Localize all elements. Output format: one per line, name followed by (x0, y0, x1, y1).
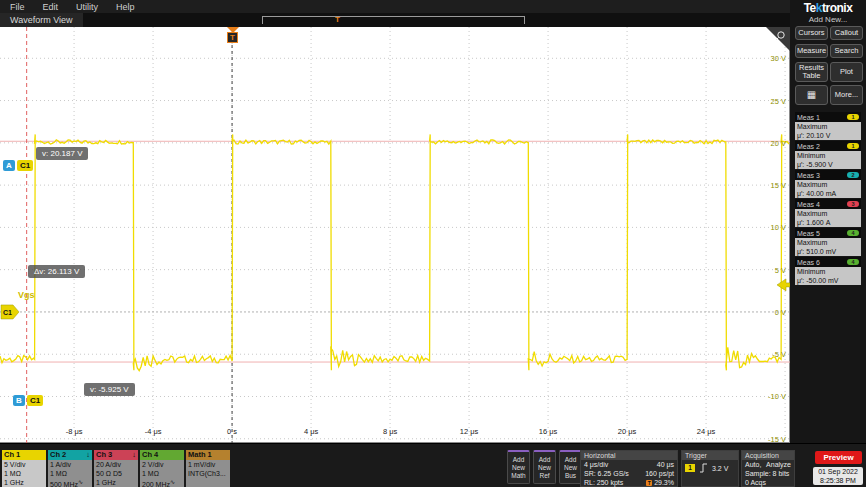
svg-text:C1: C1 (3, 309, 12, 316)
zoom-corner-control (766, 27, 790, 51)
meas-4-badge[interactable]: Meas 43 Maximumμ′: 1.600 A (795, 199, 861, 227)
cursor-delta-readout[interactable]: Δv: 26.113 V (28, 265, 85, 278)
meas-5-value: μ′: 510.0 mV (797, 247, 859, 256)
y-tick-label: -10 V (756, 392, 786, 401)
meas-1-source-pill: 1 (847, 114, 859, 120)
channel-3-header: Ch 3↓ (94, 450, 138, 460)
meas-3-badge[interactable]: Meas 32 Maximumμ′: 40.00 mA (795, 170, 861, 198)
add-new-ref-button[interactable]: Add New Ref (533, 450, 556, 484)
channel-2-header: Ch 2↓ (48, 450, 92, 460)
cursor-b-readout[interactable]: v: -5.925 V (84, 383, 135, 396)
trigger-position-flag[interactable]: T (226, 27, 240, 45)
y-tick-label: 25 V (756, 97, 786, 106)
ch3-off-arrow-icon: ↓ (132, 450, 136, 460)
horiz-window: 40 μs (657, 460, 674, 469)
meas-5-source-pill: 4 (847, 230, 859, 236)
meas-4-source-pill: 3 (847, 201, 859, 207)
waveform-graticule[interactable]: C1 T A C1 v: 20.187 V Δv: 26.113 V Vgs B… (0, 27, 790, 443)
channel-4-badge[interactable]: Ch 4 2 V/div1 MΩ200 MHz∿ (140, 450, 184, 487)
acquisition-panel[interactable]: Acquisition Auto,Analyze Sample: 8 bits … (741, 450, 795, 487)
cursors-button[interactable]: Cursors (795, 26, 828, 40)
ch1-scale: 5 V/div (4, 460, 44, 469)
meas-2-name: Meas 2 (797, 143, 820, 150)
meas-5-badge[interactable]: Meas 54 Maximumμ′: 510.0 mV (795, 228, 861, 256)
meas-3-source-pill: 2 (847, 172, 859, 178)
ch3-scale: 20 A/div (96, 460, 136, 469)
ch2-scale: 1 A/div (50, 460, 90, 469)
math1-expression: INTG(Ch3... (188, 469, 228, 478)
meas-6-badge[interactable]: Meas 64 Minimumμ′: -50.00 mV (795, 257, 861, 285)
meas-5-stat: Maximum (797, 238, 859, 247)
x-tick-label: 0 s (227, 427, 237, 436)
cursor-a-source-badge[interactable]: C1 (17, 160, 33, 171)
record-trigger-marker-icon[interactable]: T (335, 15, 343, 25)
meas-1-stat: Maximum (797, 122, 859, 131)
menu-utility[interactable]: Utility (76, 2, 98, 12)
add-new-bus-button[interactable]: Add New Bus (559, 450, 582, 484)
menu-bar: File Edit Utility Help (0, 0, 790, 13)
record-view-bar[interactable]: T (262, 16, 525, 24)
meas-2-stat: Minimum (797, 151, 859, 160)
ch2-impedance: 1 MΩ (50, 469, 90, 478)
measure-button[interactable]: Measure (795, 44, 828, 58)
x-tick-label: 20 μs (618, 427, 637, 436)
menu-edit[interactable]: Edit (43, 2, 59, 12)
plot-button[interactable]: Plot (830, 62, 863, 82)
tab-waveform-view[interactable]: Waveform View (0, 13, 83, 27)
horizontal-panel[interactable]: Horizontal 4 μs/div40 μs SR: 6.25 GS/s16… (580, 450, 678, 487)
channel-3-badge[interactable]: Ch 3↓ 20 A/div50 Ω D51 GHz (94, 450, 138, 487)
trigger-level-arrow-icon (777, 279, 790, 291)
meas-6-name: Meas 6 (797, 259, 820, 266)
meas-1-badge[interactable]: Meas 11 Maximumμ′: 20.10 V (795, 112, 861, 140)
meas-3-name: Meas 3 (797, 172, 820, 179)
math1-scale: 1 mV/div (188, 460, 228, 469)
horizontal-title: Horizontal (581, 451, 677, 460)
settings-bar: Ch 1 5 V/div1 MΩ1 GHz Ch 2↓ 1 A/div1 MΩ5… (0, 443, 866, 487)
vgs-trace (0, 134, 789, 370)
horiz-record-length: RL: 250 kpts (584, 478, 623, 487)
channel-1-badge[interactable]: Ch 1 5 V/div1 MΩ1 GHz (2, 450, 46, 487)
trigger-t-icon: T (227, 32, 238, 43)
meas-2-badge[interactable]: Meas 21 Minimumμ′: -5.900 V (795, 141, 861, 169)
ch1-bandwidth: 1 GHz (4, 478, 44, 487)
channel-1-header: Ch 1 (2, 450, 46, 460)
trigger-level-value: 3.2 V (712, 464, 728, 473)
trigger-panel[interactable]: Trigger 1 3.2 V (681, 450, 739, 487)
meas-2-source-pill: 1 (847, 143, 859, 149)
ch2-bandwidth: 500 MHz∿ (50, 478, 90, 487)
cursor-b-badge[interactable]: B (13, 395, 25, 406)
ch2-bw-limit-icon: ∿ (78, 479, 83, 485)
x-tick-label: 12 μs (460, 427, 479, 436)
math-1-badge[interactable]: Math 1 1 mV/divINTG(Ch3... (186, 450, 230, 487)
add-new-math-button[interactable]: Add New Math (507, 450, 530, 484)
y-tick-label: 10 V (756, 223, 786, 232)
callout-button[interactable]: Callout (830, 26, 863, 40)
meas-4-value: μ′: 1.600 A (797, 218, 859, 227)
meas-6-source-pill: 4 (847, 259, 859, 265)
x-tick-label: 16 μs (539, 427, 558, 436)
preview-button[interactable]: Preview (815, 451, 862, 464)
results-table-button[interactable]: Results Table (795, 62, 828, 82)
math-1-header: Math 1 (186, 450, 230, 460)
x-tick-label: 4 μs (304, 427, 318, 436)
trigger-position-icon: T (646, 480, 652, 486)
meas-2-value: μ′: -5.900 V (797, 160, 859, 169)
meas-1-value: μ′: 20.10 V (797, 131, 859, 140)
acq-count: 0 Acqs (745, 478, 766, 487)
menu-help[interactable]: Help (116, 2, 135, 12)
more-button[interactable]: More... (830, 85, 863, 105)
tektronix-logo: Tektronix (790, 1, 866, 15)
trigger-source-badge: 1 (685, 464, 695, 472)
cursor-b-source-badge[interactable]: C1 (27, 395, 43, 406)
search-button[interactable]: Search (830, 44, 863, 58)
mask-test-button[interactable]: ▦ (795, 85, 828, 105)
menu-file[interactable]: File (10, 2, 25, 12)
signal-label-vgs: Vgs (18, 290, 35, 300)
meas-1-name: Meas 1 (797, 114, 820, 121)
cursor-a-badge[interactable]: A (3, 160, 15, 171)
ch4-bandwidth: 200 MHz∿ (142, 478, 182, 487)
x-tick-label: -8 μs (66, 427, 83, 436)
time-value: 8:25:38 PM (813, 476, 863, 485)
cursor-a-readout[interactable]: v: 20.187 V (36, 147, 88, 160)
channel-2-badge[interactable]: Ch 2↓ 1 A/div1 MΩ500 MHz∿ (48, 450, 92, 487)
